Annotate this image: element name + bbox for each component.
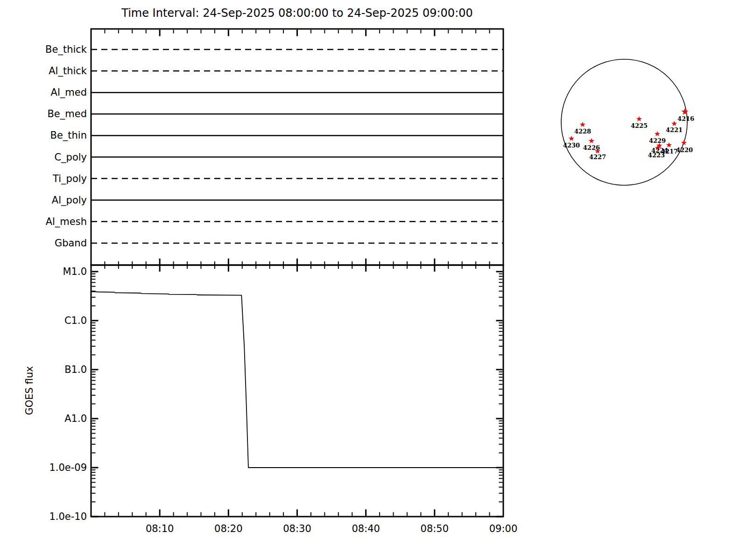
- ar-label-4228: 4228: [574, 128, 591, 135]
- ar-star-4220: ★: [681, 138, 687, 147]
- y-tick-label-1.0e-09: 1.0e-09: [49, 462, 87, 473]
- x-tick-label-08:10: 08:10: [146, 523, 174, 534]
- filter-label-C_poly: C_poly: [54, 152, 87, 163]
- ar-label-4227: 4227: [589, 154, 606, 161]
- ar-label-4217: 4217: [661, 148, 678, 155]
- y-tick-label-1.0e-10: 1.0e-10: [49, 511, 87, 522]
- filter-label-Be_thick: Be_thick: [45, 44, 87, 56]
- x-tick-label-08:30: 08:30: [283, 523, 311, 534]
- ar-label-4225: 4225: [631, 122, 648, 129]
- x-tick-label-08:50: 08:50: [421, 523, 449, 534]
- y-tick-label-A1.0: A1.0: [64, 413, 87, 424]
- x-tick-label-09:00: 09:00: [489, 523, 518, 534]
- goes-panel-border: [91, 265, 503, 517]
- goes-flux-curve: [91, 292, 503, 468]
- y-tick-label-C1.0: C1.0: [64, 315, 87, 326]
- ar-label-4220: 4220: [676, 147, 693, 154]
- goes-y-axis-title: GOES flux: [24, 366, 35, 415]
- filter-label-Be_thin: Be_thin: [50, 130, 87, 141]
- filter-label-Al_med: Al_med: [51, 87, 87, 98]
- filter-panel-border: [91, 29, 503, 265]
- filter-label-Ti_poly: Ti_poly: [52, 173, 87, 185]
- filter-label-Gband: Gband: [55, 238, 87, 249]
- ar-label-4216: 4216: [677, 115, 694, 122]
- ar-label-4226: 4226: [583, 144, 600, 151]
- x-tick-label-08:40: 08:40: [352, 523, 380, 534]
- y-tick-label-B1.0: B1.0: [64, 364, 87, 375]
- filter-label-Al_mesh: Al_mesh: [46, 216, 87, 228]
- plots-canvas: 08:1008:2008:3008:4008:5009:00M1.0C1.0B1…: [0, 0, 747, 560]
- x-tick-label-08:20: 08:20: [214, 523, 243, 534]
- ar-label-4229: 4229: [649, 137, 666, 144]
- y-tick-label-M1.0: M1.0: [63, 266, 87, 277]
- ar-label-4230: 4230: [563, 142, 580, 149]
- xrt-plan-screenshot: Time Interval: 24-Sep-2025 08:00:00 to 2…: [0, 0, 747, 560]
- filter-label-Al_thick: Al_thick: [49, 65, 87, 77]
- filter-label-Al_poly: Al_poly: [52, 195, 87, 206]
- filter-label-Be_med: Be_med: [47, 108, 87, 120]
- ar-label-4221: 4221: [666, 126, 683, 133]
